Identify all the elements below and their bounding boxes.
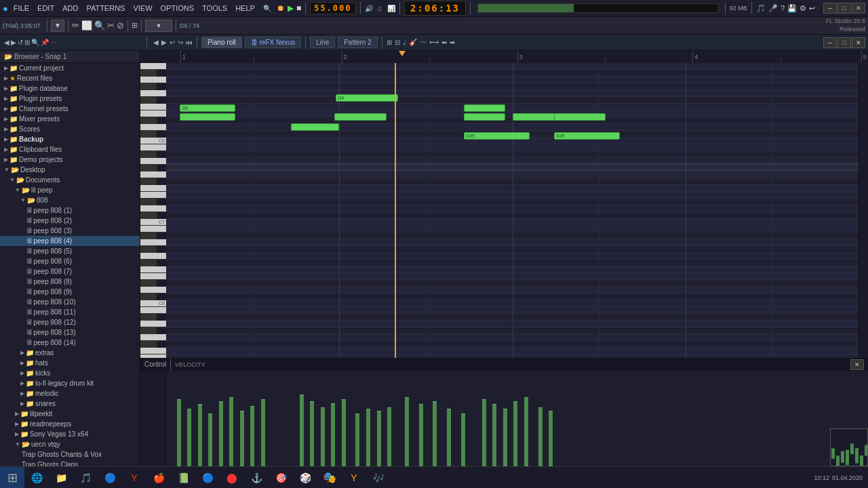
velocity-bar[interactable]: [240, 411, 244, 466]
sidebar-item-mixer-presets[interactable]: ▶ 📁 Mixer presets: [0, 114, 140, 124]
velocity-bar[interactable]: [447, 409, 451, 466]
list-item[interactable]: lil peep 808 (2): [0, 216, 140, 226]
play-btn[interactable]: ▶: [288, 3, 294, 13]
taskbar-btn-files[interactable]: 📁: [49, 467, 73, 489]
rshift-btn[interactable]: ➡: [450, 39, 455, 46]
note-block[interactable]: [291, 123, 339, 131]
list-item[interactable]: lil peep 808 (8): [0, 277, 140, 287]
piano-roll-back[interactable]: ◀: [153, 39, 159, 46]
note-block[interactable]: G#5: [554, 132, 620, 140]
draw-tool[interactable]: ✏: [72, 20, 79, 30]
velocity-bar[interactable]: [310, 401, 314, 466]
sidebar-item-uecn[interactable]: ▼ 📂 uecn vtqy: [0, 439, 140, 449]
humanize-btn[interactable]: 〰: [420, 39, 427, 46]
maximize-btn[interactable]: □: [837, 3, 851, 14]
piano-roll-fwd[interactable]: ▶: [161, 39, 167, 46]
sidebar-item-lofi[interactable]: ▶ 📁 lo-fi legacy drum kit: [0, 378, 140, 388]
master-volume[interactable]: 🔊: [365, 5, 373, 12]
sidebar-item-current-project[interactable]: ▶ 📁 Current project: [0, 63, 140, 73]
chord-btn[interactable]: ♩: [403, 39, 406, 46]
sidebar-header[interactable]: 📂 Browser - Snap 1: [0, 51, 140, 63]
velocity-bar[interactable]: [482, 399, 486, 466]
menu-tools[interactable]: TOOLS: [199, 4, 230, 12]
play-from[interactable]: ⏮: [186, 39, 193, 46]
velocity-bar[interactable]: [366, 409, 370, 466]
start-btn[interactable]: ⊞: [0, 467, 24, 489]
list-item[interactable]: lil peep 808 (3): [0, 226, 140, 236]
taskbar-btn-yandex[interactable]: Y: [122, 467, 146, 489]
list-item[interactable]: lil peep 808 (14): [0, 338, 140, 348]
taskbar-btn-app9[interactable]: 🎶: [366, 467, 391, 489]
sidebar-item-desktop[interactable]: ▼ 📂 Desktop: [0, 165, 140, 175]
settings-icon[interactable]: ⚙: [800, 4, 806, 13]
sidebar-item-kicks[interactable]: ▶ 📁 kicks: [0, 368, 140, 378]
browser-pin[interactable]: 📌: [41, 39, 49, 46]
note-block[interactable]: G#5: [464, 132, 530, 140]
list-item-trap-claps[interactable]: Trap Ghosts Claps: [0, 460, 140, 466]
velocity-bar[interactable]: [250, 406, 254, 466]
browser-more[interactable]: ⋯: [50, 39, 57, 46]
time-ruler[interactable]: 1 2 3 4 5: [166, 51, 868, 63]
glue-btn[interactable]: ⊟: [395, 39, 400, 46]
mode-dropdown[interactable]: Line: [310, 37, 335, 48]
velocity-bar[interactable]: [300, 394, 304, 466]
velocity-bar[interactable]: [187, 409, 191, 466]
sidebar-item-clipboard[interactable]: ▶ 📁 Clipboard files: [0, 144, 140, 155]
velocity-bar[interactable]: [433, 401, 437, 466]
list-item[interactable]: lil peep 808 (1): [0, 205, 140, 216]
velocity-bar[interactable]: [377, 411, 381, 466]
close-btn[interactable]: ✕: [852, 3, 865, 14]
mirror-btn[interactable]: ⟷: [429, 39, 439, 46]
velocity-bar[interactable]: [229, 397, 233, 466]
list-item[interactable]: lil peep 808 (7): [0, 266, 140, 277]
velocity-bar[interactable]: [331, 403, 335, 466]
menu-options[interactable]: OPTIONS: [158, 4, 197, 12]
sidebar-item-documents[interactable]: ▼ 📂 Documents: [0, 175, 140, 185]
menu-view[interactable]: VIEW: [130, 4, 155, 12]
list-item[interactable]: lil peep 808 (6): [0, 256, 140, 266]
snap-btn[interactable]: ▼: [51, 20, 64, 32]
strum-btn[interactable]: 🎸: [409, 39, 417, 46]
undo-icon[interactable]: ↩: [809, 4, 815, 13]
taskbar-btn-app3[interactable]: 🔵: [195, 467, 220, 489]
menu-patterns[interactable]: PATTERNS: [83, 4, 127, 12]
help-icon[interactable]: ?: [781, 4, 785, 12]
sidebar-item-scores[interactable]: ▶ 📁 Scores: [0, 124, 140, 134]
sidebar-item-lilpeekit[interactable]: ▶ 📁 lilpeekit: [0, 409, 140, 419]
mute-tool[interactable]: ⊘: [117, 20, 124, 30]
taskbar-btn-app2[interactable]: 📗: [171, 467, 195, 489]
note-block[interactable]: D6: [180, 104, 235, 112]
master-pitch[interactable]: ♫: [377, 5, 382, 12]
taskbar-btn-anchor[interactable]: ⚓: [244, 467, 269, 489]
velocity-bar[interactable]: [208, 413, 212, 466]
control-close[interactable]: ✕: [850, 359, 864, 370]
velocity-bar[interactable]: [261, 399, 265, 466]
sidebar-item-plugin-presets[interactable]: ▶ 📁 Plugin presets: [0, 94, 140, 104]
list-item-trap-chants[interactable]: Trap Ghosts Chants & Vox: [0, 449, 140, 460]
velocity-bar[interactable]: [419, 404, 423, 466]
velocity-bar[interactable]: [461, 413, 465, 466]
note-block[interactable]: [464, 113, 505, 121]
taskbar-btn-app5[interactable]: 🎯: [269, 467, 293, 489]
save-icon[interactable]: 💾: [787, 4, 797, 13]
metronome-icon[interactable]: 🎵: [756, 4, 766, 13]
browser-back[interactable]: ◀: [4, 39, 9, 46]
list-item[interactable]: lil peep 808 (13): [0, 327, 140, 338]
sidebar-item-melodic[interactable]: ▶ 📁 melodic: [0, 388, 140, 399]
velocity-bar[interactable]: [492, 404, 496, 466]
piano-roll-tab[interactable]: Piano roll: [201, 37, 242, 48]
list-item[interactable]: lil peep 808 (12): [0, 317, 140, 327]
list-item[interactable]: lil peep 808 (5): [0, 246, 140, 256]
velocity-bar[interactable]: [513, 401, 517, 466]
piano-maximize[interactable]: □: [837, 37, 851, 48]
lshift-btn[interactable]: ⬅: [441, 39, 447, 46]
list-item[interactable]: lil peep 808 (11): [0, 307, 140, 317]
taskbar-btn-chrome[interactable]: 🔵: [98, 467, 122, 489]
magnet-icon[interactable]: ⊞: [132, 21, 138, 30]
taskbar-btn-app4[interactable]: ⬤: [220, 467, 244, 489]
taskbar-btn-music[interactable]: 🎵: [73, 467, 98, 489]
velocity-bar[interactable]: [538, 407, 542, 466]
plugin-tab[interactable]: 🎛 reFX Nexus: [245, 37, 302, 48]
sidebar-item-channel-presets[interactable]: ▶ 📁 Channel presets: [0, 104, 140, 114]
taskbar-btn-app1[interactable]: 🍎: [146, 467, 171, 489]
